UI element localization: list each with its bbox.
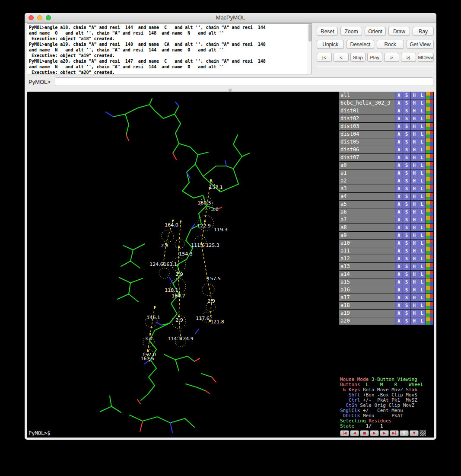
object-l-button[interactable]: L: [418, 185, 426, 192]
object-a-button[interactable]: A: [395, 208, 403, 216]
object-h-button[interactable]: H: [410, 123, 418, 130]
object-s-button[interactable]: S: [403, 169, 410, 177]
draw-button[interactable]: Draw: [388, 27, 410, 36]
object-h-button[interactable]: H: [410, 193, 418, 200]
object-l-button[interactable]: L: [418, 224, 426, 231]
back-button[interactable]: <: [334, 53, 349, 62]
object-color-button[interactable]: [426, 232, 433, 239]
object-name[interactable]: dist05: [339, 138, 395, 146]
object-name[interactable]: 6cbc_helix_302_3: [339, 99, 395, 107]
object-s-button[interactable]: S: [403, 107, 410, 115]
object-name[interactable]: a14: [339, 271, 395, 278]
object-l-button[interactable]: L: [418, 154, 426, 161]
maximize-button[interactable]: [46, 15, 51, 20]
object-h-button[interactable]: H: [410, 131, 418, 138]
object-name[interactable]: a15: [339, 278, 395, 286]
object-h-button[interactable]: H: [410, 271, 418, 278]
object-l-button[interactable]: L: [418, 115, 426, 122]
object-a-button[interactable]: A: [395, 271, 403, 278]
object-l-button[interactable]: L: [418, 138, 426, 146]
object-color-button[interactable]: [426, 286, 433, 294]
object-h-button[interactable]: H: [410, 224, 418, 231]
object-s-button[interactable]: S: [403, 240, 410, 247]
object-s-button[interactable]: S: [403, 294, 410, 301]
object-color-button[interactable]: [426, 310, 433, 317]
object-h-button[interactable]: H: [410, 317, 418, 325]
object-s-button[interactable]: S: [403, 131, 410, 138]
object-h-button[interactable]: H: [410, 302, 418, 309]
object-a-button[interactable]: A: [395, 185, 403, 192]
object-l-button[interactable]: L: [418, 92, 426, 99]
object-name[interactable]: all: [339, 92, 395, 99]
object-l-button[interactable]: L: [418, 169, 426, 177]
object-name[interactable]: a5: [339, 201, 395, 208]
frame-back-button[interactable]: ◀: [350, 430, 359, 436]
object-name[interactable]: a6: [339, 208, 395, 216]
object-h-button[interactable]: H: [410, 286, 418, 294]
object-s-button[interactable]: S: [403, 271, 410, 278]
object-h-button[interactable]: H: [410, 115, 418, 122]
object-s-button[interactable]: S: [403, 247, 410, 255]
object-h-button[interactable]: H: [410, 232, 418, 239]
object-s-button[interactable]: S: [403, 154, 410, 161]
object-l-button[interactable]: L: [418, 232, 426, 239]
object-s-button[interactable]: S: [403, 146, 410, 153]
object-a-button[interactable]: A: [395, 216, 403, 224]
object-color-button[interactable]: [426, 240, 433, 247]
object-s-button[interactable]: S: [403, 310, 410, 317]
orient-button[interactable]: Orient: [365, 27, 386, 36]
titlebar[interactable]: MacPyMOL: [25, 13, 436, 23]
object-a-button[interactable]: A: [395, 177, 403, 185]
object-l-button[interactable]: L: [418, 302, 426, 309]
object-s-button[interactable]: S: [403, 216, 410, 224]
object-l-button[interactable]: L: [418, 247, 426, 255]
object-h-button[interactable]: H: [410, 255, 418, 262]
object-color-button[interactable]: [426, 177, 433, 185]
object-s-button[interactable]: S: [403, 232, 410, 239]
object-a-button[interactable]: A: [395, 240, 403, 247]
object-name[interactable]: a2: [339, 177, 395, 185]
object-name[interactable]: dist07: [339, 154, 395, 161]
object-s-button[interactable]: S: [403, 302, 410, 309]
object-l-button[interactable]: L: [418, 162, 426, 169]
object-name[interactable]: a1: [339, 169, 395, 177]
object-a-button[interactable]: A: [395, 99, 403, 107]
object-color-button[interactable]: [426, 216, 433, 224]
rock-button[interactable]: Rock: [377, 40, 404, 49]
object-h-button[interactable]: H: [410, 177, 418, 185]
object-a-button[interactable]: A: [395, 278, 403, 286]
frame-play-button[interactable]: ▶: [370, 430, 379, 436]
object-color-button[interactable]: [426, 224, 433, 231]
object-name[interactable]: dist01: [339, 107, 395, 115]
object-h-button[interactable]: H: [410, 240, 418, 247]
object-color-button[interactable]: [426, 185, 433, 192]
object-a-button[interactable]: A: [395, 247, 403, 255]
object-l-button[interactable]: L: [418, 201, 426, 208]
unpick-button[interactable]: Unpick: [317, 40, 344, 49]
object-s-button[interactable]: S: [403, 278, 410, 286]
object-h-button[interactable]: H: [410, 216, 418, 224]
object-s-button[interactable]: S: [403, 208, 410, 216]
object-a-button[interactable]: A: [395, 294, 403, 301]
frame-stop-button[interactable]: ■: [360, 430, 369, 436]
object-h-button[interactable]: H: [410, 99, 418, 107]
object-s-button[interactable]: S: [403, 99, 410, 107]
object-h-button[interactable]: H: [410, 263, 418, 270]
object-color-button[interactable]: [426, 247, 433, 255]
reset-button[interactable]: Reset: [317, 27, 338, 36]
object-l-button[interactable]: L: [418, 271, 426, 278]
object-s-button[interactable]: S: [403, 286, 410, 294]
log-scrollbar[interactable]: [308, 24, 312, 74]
object-h-button[interactable]: H: [410, 208, 418, 216]
object-a-button[interactable]: A: [395, 131, 403, 138]
object-l-button[interactable]: L: [418, 310, 426, 317]
object-color-button[interactable]: [426, 107, 433, 115]
object-s-button[interactable]: S: [403, 123, 410, 130]
object-h-button[interactable]: H: [410, 185, 418, 192]
object-h-button[interactable]: H: [410, 162, 418, 169]
object-color-button[interactable]: [426, 317, 433, 325]
object-h-button[interactable]: H: [410, 107, 418, 115]
object-color-button[interactable]: [426, 255, 433, 262]
object-a-button[interactable]: A: [395, 138, 403, 146]
object-a-button[interactable]: A: [395, 162, 403, 169]
